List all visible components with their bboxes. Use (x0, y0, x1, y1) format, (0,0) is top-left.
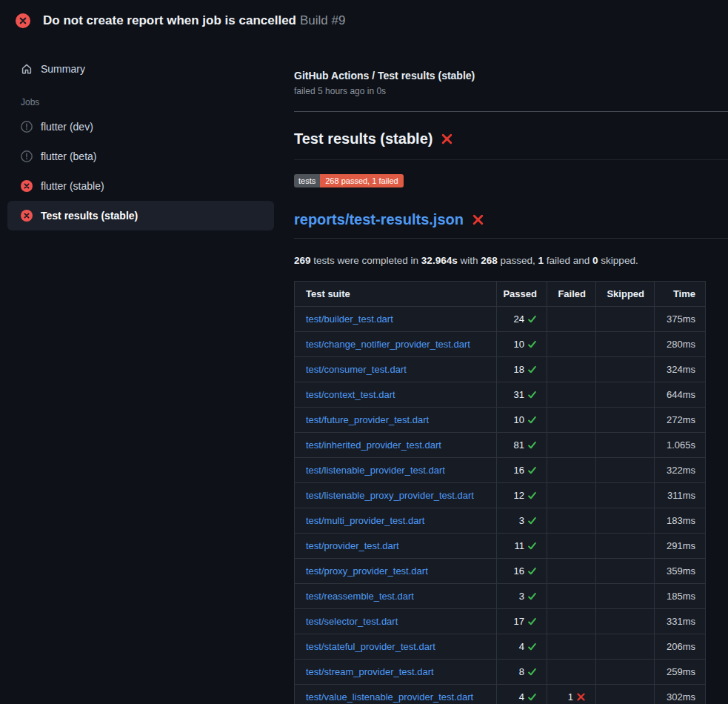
table-row: test/proxy_provider_test.dart16359ms (295, 559, 706, 584)
main-content: GitHub Actions / Test results (stable) f… (281, 41, 728, 704)
sidebar-item-flutter-stable[interactable]: flutter (stable) (7, 171, 274, 201)
skipped-cell (596, 508, 655, 534)
job-label: flutter (beta) (41, 150, 96, 162)
failed-cell (547, 357, 596, 382)
test-suite-link[interactable]: test/inherited_provider_test.dart (306, 439, 441, 451)
passed-cell: 4 (497, 634, 547, 660)
column-header-passed: Passed (497, 282, 547, 307)
failed-cell (547, 307, 596, 332)
test-suite-link[interactable]: test/consumer_test.dart (306, 364, 407, 375)
failed-cell (547, 408, 596, 433)
sidebar: Summary Jobs flutter (dev)flutter (beta)… (0, 41, 281, 230)
jobs-list: flutter (dev)flutter (beta)flutter (stab… (7, 112, 274, 230)
test-suite-cell: test/future_provider_test.dart (295, 408, 497, 433)
check-icon (527, 365, 537, 374)
skipped-cell (596, 634, 655, 660)
check-icon (527, 415, 537, 425)
test-suite-link[interactable]: test/listenable_provider_test.dart (306, 465, 445, 476)
test-suite-cell: test/change_notifier_provider_test.dart (295, 332, 497, 357)
jobs-section-label: Jobs (21, 97, 274, 107)
failed-cell (547, 584, 596, 609)
failed-cell (547, 483, 596, 508)
cross-mark-icon (472, 213, 484, 226)
passed-cell: 16 (497, 458, 547, 483)
test-suite-link[interactable]: test/value_listenable_provider_test.dart (306, 691, 473, 703)
test-suite-link[interactable]: test/reassemble_test.dart (306, 591, 414, 602)
test-suite-cell: test/provider_test.dart (295, 534, 497, 559)
failed-cell (547, 332, 596, 357)
time-cell: 280ms (655, 332, 706, 357)
skipped-cell (596, 357, 655, 382)
test-suite-cell: test/listenable_provider_test.dart (295, 458, 497, 483)
skipped-cell (596, 408, 655, 433)
test-suite-link[interactable]: test/selector_test.dart (306, 616, 398, 627)
passed-cell: 81 (497, 433, 547, 458)
table-row: test/context_test.dart31644ms (295, 382, 706, 408)
check-icon (527, 566, 537, 576)
test-suite-link[interactable]: test/change_notifier_provider_test.dart (306, 339, 470, 350)
report-title: reports/test-results.json (294, 211, 728, 239)
table-row: test/stateful_provider_test.dart4206ms (295, 634, 706, 660)
passed-cell: 4 (497, 685, 547, 704)
sidebar-item-summary[interactable]: Summary (7, 54, 274, 84)
test-suite-link[interactable]: test/listenable_proxy_provider_test.dart (306, 490, 474, 501)
job-label: Test results (stable) (41, 210, 138, 222)
passed-cell: 3 (497, 584, 547, 609)
alert-circle-icon (21, 150, 33, 162)
cross-mark-icon (472, 213, 484, 226)
table-row: test/provider_test.dart11291ms (295, 534, 706, 559)
test-suite-link[interactable]: test/provider_test.dart (306, 540, 399, 551)
check-icon (527, 541, 537, 551)
failed-cell (547, 508, 596, 534)
check-icon (527, 339, 537, 349)
test-suite-link[interactable]: test/stream_provider_test.dart (306, 666, 434, 677)
passed-cell: 12 (497, 483, 547, 508)
time-cell: 644ms (655, 382, 706, 408)
test-suite-link[interactable]: test/future_provider_test.dart (306, 414, 429, 425)
time-cell: 185ms (655, 584, 706, 609)
test-suite-cell: test/proxy_provider_test.dart (295, 559, 497, 584)
page-header: Do not create report when job is cancell… (0, 0, 728, 41)
table-row: test/selector_test.dart17331ms (295, 609, 706, 634)
sidebar-item-flutter-beta[interactable]: flutter (beta) (7, 142, 274, 171)
alert-circle-icon (21, 121, 33, 133)
passed-cell: 10 (497, 332, 547, 357)
table-row: test/future_provider_test.dart10272ms (295, 408, 706, 433)
home-icon (21, 63, 33, 75)
cross-mark-icon (441, 133, 453, 145)
job-label: flutter (stable) (41, 180, 104, 192)
divider (294, 111, 728, 112)
x-circle-icon (16, 13, 30, 28)
time-cell: 1.065s (655, 433, 706, 458)
table-row: test/stream_provider_test.dart8259ms (295, 660, 706, 685)
github-checks-page: Do not create report when job is cancell… (0, 0, 728, 704)
passed-cell: 3 (497, 508, 547, 534)
test-suite-link[interactable]: test/proxy_provider_test.dart (306, 565, 428, 577)
test-suite-link[interactable]: test/builder_test.dart (306, 313, 393, 325)
sidebar-item-flutter-dev[interactable]: flutter (dev) (7, 112, 274, 142)
column-header-failed: Failed (547, 282, 596, 307)
test-suite-link[interactable]: test/stateful_provider_test.dart (306, 641, 435, 652)
table-header-row: Test suite Passed Failed Skipped Time (295, 282, 706, 307)
check-icon (527, 314, 537, 324)
table-row: test/change_notifier_provider_test.dart1… (295, 332, 706, 357)
time-cell: 322ms (655, 458, 706, 483)
failed-cell: 1 (547, 685, 596, 704)
table-row: test/inherited_provider_test.dart811.065… (295, 433, 706, 458)
test-suite-link[interactable]: test/context_test.dart (306, 389, 395, 400)
passed-cell: 31 (497, 382, 547, 408)
test-suite-cell: test/reassemble_test.dart (295, 584, 497, 609)
skipped-cell (596, 559, 655, 584)
time-cell: 302ms (655, 685, 706, 704)
skipped-cell (596, 307, 655, 332)
report-file-link[interactable]: reports/test-results.json (294, 211, 464, 228)
sidebar-item-test-results-stable[interactable]: Test results (stable) (7, 201, 274, 230)
test-suite-link[interactable]: test/multi_provider_test.dart (306, 515, 424, 526)
x-circle-icon (21, 180, 33, 192)
time-cell: 331ms (655, 609, 706, 634)
check-suite-title: Do not create report when job is cancell… (43, 13, 296, 27)
test-suite-cell: test/listenable_proxy_provider_test.dart (295, 483, 497, 508)
table-row: test/listenable_provider_test.dart16322m… (295, 458, 706, 483)
table-row: test/value_listenable_provider_test.dart… (295, 685, 706, 704)
skipped-cell (596, 584, 655, 609)
